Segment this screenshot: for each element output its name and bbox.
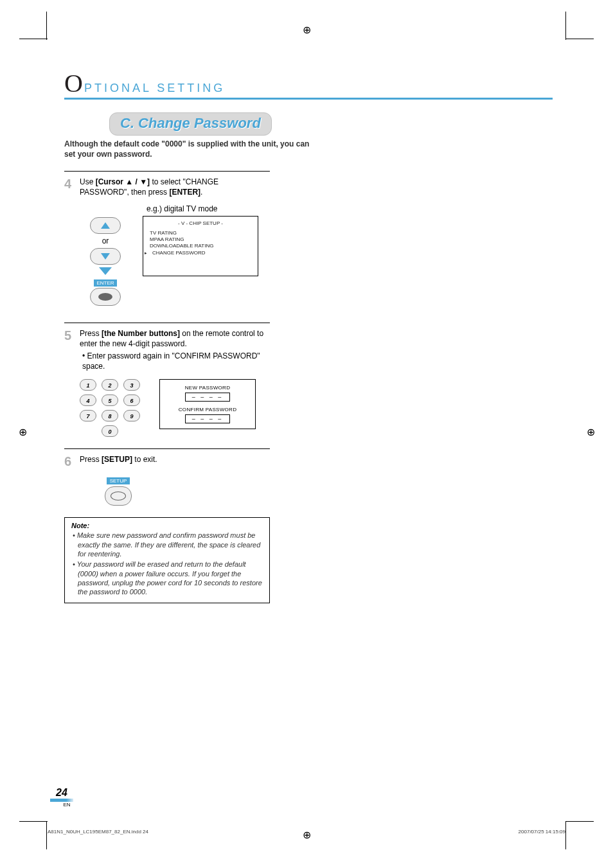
page-number: 24 EN <box>50 787 73 808</box>
step-number: 5 <box>64 328 80 372</box>
intro-text: Although the default code "0000" is supp… <box>64 139 315 159</box>
password-dialog: NEW PASSWORD – – – – CONFIRM PASSWORD – … <box>159 379 256 429</box>
osd-item: MPAA RATING <box>150 236 251 243</box>
enter-label: ENTER <box>94 279 116 287</box>
text-bold: [SETUP] <box>102 455 132 464</box>
number-pad: 1 2 3 4 5 6 7 8 9 0 <box>80 379 140 437</box>
osd-item: TV RATING <box>150 230 251 236</box>
text: . <box>200 188 202 197</box>
divider <box>64 323 270 323</box>
page-number-value: 24 <box>50 787 73 799</box>
step-number: 4 <box>64 177 80 197</box>
new-password-field: – – – – <box>185 393 230 402</box>
text: to exit. <box>132 455 157 464</box>
crop-mark <box>565 821 594 822</box>
step-4: 4 Use [Cursor ▲ / ▼] to select "CHANGE P… <box>64 177 270 197</box>
section-title: O PTIONAL SETTING <box>64 71 553 100</box>
sub-heading: C. Change Password <box>109 112 272 136</box>
num-3-button: 3 <box>123 379 140 391</box>
registration-mark-icon: ⊕ <box>585 427 596 438</box>
num-0-button: 0 <box>102 425 118 437</box>
setup-label: SETUP <box>107 477 130 484</box>
footer-right: 2007/07/25 14:15:09 <box>519 829 565 835</box>
setup-button <box>105 486 132 506</box>
button-inner-icon <box>98 293 112 301</box>
num-4-button: 4 <box>80 394 96 406</box>
triangle-down-icon <box>101 253 110 260</box>
num-7-button: 7 <box>80 410 96 421</box>
note-item: Your password will be erased and return … <box>78 560 263 596</box>
crop-mark <box>46 12 47 40</box>
step-body: Press [SETUP] to exit. <box>80 454 270 468</box>
crop-mark <box>46 821 47 849</box>
step-number: 6 <box>64 454 80 468</box>
text-bold: [the Number buttons] <box>102 329 180 338</box>
or-text: or <box>80 236 131 245</box>
crop-mark <box>565 39 594 39</box>
page-lang: EN <box>60 802 73 808</box>
step-body: Use [Cursor ▲ / ▼] to select "CHANGE PAS… <box>80 177 270 197</box>
figure-caption: e.g.) digital TV mode <box>147 204 270 213</box>
step-body: Press [the Number buttons] on the remote… <box>80 328 270 372</box>
note-title: Note: <box>71 522 263 529</box>
section-big-letter: O <box>64 71 83 96</box>
registration-mark-icon: ⊕ <box>301 24 312 36</box>
step-6: 6 Press [SETUP] to exit. <box>64 454 270 468</box>
arrow-down-icon <box>99 267 112 275</box>
enter-button <box>90 288 121 306</box>
num-8-button: 8 <box>102 410 118 421</box>
footer-left: A81N1_N0UH_LC195EM87_82_EN.indd 24 <box>48 829 148 835</box>
text-bold: [ENTER] <box>169 188 200 197</box>
osd-title: - V - CHIP SETUP - <box>150 220 251 226</box>
confirm-password-field: – – – – <box>185 414 230 423</box>
print-footer: A81N1_N0UH_LC195EM87_82_EN.indd 24 2007/… <box>48 829 565 835</box>
step-5: 5 Press [the Number buttons] on the remo… <box>64 328 270 372</box>
num-9-button: 9 <box>123 410 140 421</box>
num-1-button: 1 <box>80 379 96 391</box>
crop-mark <box>19 39 48 39</box>
note-item: Make sure new password and confirm passw… <box>78 531 263 558</box>
num-2-button: 2 <box>102 379 118 391</box>
text: Use <box>80 177 96 186</box>
osd-item-selected: CHANGE PASSWORD <box>155 250 251 256</box>
confirm-password-label: CONFIRM PASSWORD <box>166 407 249 412</box>
crop-mark <box>19 821 48 822</box>
cursor-down-button <box>90 248 121 265</box>
triangle-up-icon <box>101 222 110 229</box>
new-password-label: NEW PASSWORD <box>166 385 249 391</box>
text: Press <box>80 329 102 338</box>
num-5-button: 5 <box>102 394 118 406</box>
osd-item: DOWNLOADABLE RATING <box>150 243 251 249</box>
osd-vchip-menu: - V - CHIP SETUP - TV RATING MPAA RATING… <box>143 216 258 277</box>
text-bold: [Cursor ▲ / ▼] <box>96 177 150 186</box>
button-inner-icon <box>111 492 126 500</box>
num-6-button: 6 <box>123 394 140 406</box>
divider <box>64 448 270 449</box>
bullet: • Enter password again in "CONFIRM PASSW… <box>80 351 270 371</box>
crop-mark <box>565 821 566 849</box>
setup-button-cluster: SETUP <box>103 474 134 506</box>
registration-mark-icon: ⊕ <box>17 427 28 438</box>
note-box: Note: Make sure new password and confirm… <box>64 517 270 603</box>
divider <box>64 171 270 172</box>
cursor-up-button <box>90 217 121 234</box>
section-label: PTIONAL SETTING <box>84 82 225 95</box>
crop-mark <box>565 12 566 40</box>
remote-cursor-cluster: or ENTER <box>80 216 131 307</box>
text: Press <box>80 455 102 464</box>
